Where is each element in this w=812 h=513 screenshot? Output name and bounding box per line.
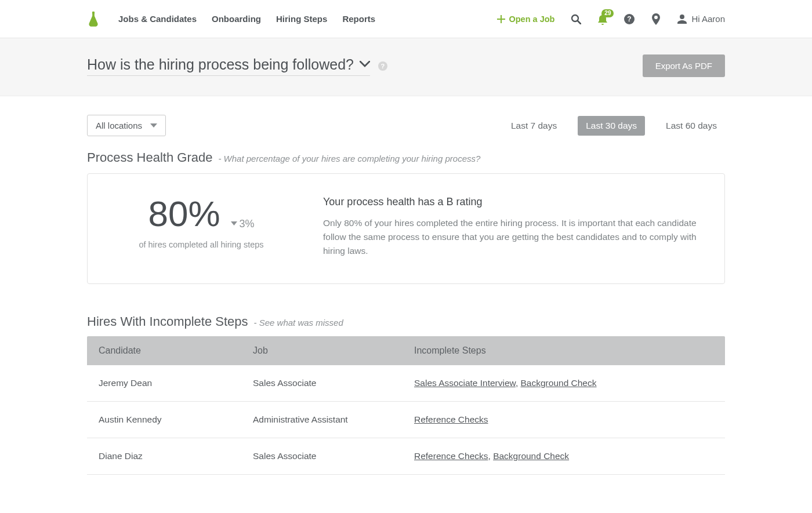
health-pct-sub: of hires completed all hiring steps [114, 240, 288, 249]
col-job: Job [253, 345, 414, 356]
health-percent: 80% [148, 196, 220, 232]
cell-steps: Sales Associate Interview, Background Ch… [414, 378, 713, 388]
health-title: Process Health Grade [87, 150, 212, 165]
rating-title: Your process health has a B rating [323, 196, 698, 208]
nav-jobs[interactable]: Jobs & Candidates [118, 14, 197, 24]
incomplete-step-link[interactable]: Sales Associate Interview [414, 378, 516, 388]
user-menu[interactable]: Hi Aaron [677, 14, 725, 24]
search-icon[interactable] [571, 14, 581, 24]
cell-steps: Reference Checks, Background Check [414, 451, 713, 461]
table-header: Candidate Job Incomplete Steps [87, 336, 725, 365]
cell-candidate: Jeremy Dean [99, 378, 253, 388]
table-row: Diane DiazSales AssociateReference Check… [87, 438, 725, 475]
cell-candidate: Diane Diaz [99, 451, 253, 461]
svg-point-0 [92, 11, 95, 13]
nav-onboarding[interactable]: Onboarding [212, 14, 261, 24]
table-row: Austin KennedyAdministrative AssistantRe… [87, 402, 725, 438]
page-title-dropdown[interactable]: How is the hiring process being followed… [87, 56, 370, 76]
incomplete-step-link[interactable]: Reference Checks [414, 451, 488, 461]
svg-text:?: ? [628, 15, 632, 23]
location-icon[interactable] [651, 14, 661, 24]
range-7-days[interactable]: Last 7 days [503, 116, 565, 136]
location-select[interactable]: All locations [87, 115, 166, 136]
incomplete-step-link[interactable]: Reference Checks [414, 414, 488, 424]
notification-badge: 29 [601, 9, 614, 17]
open-job-label: Open a Job [509, 14, 554, 24]
health-delta: 3% [231, 218, 255, 230]
incomplete-title: Hires With Incomplete Steps [87, 314, 248, 329]
rating-body: Only 80% of your hires completed the ent… [323, 216, 698, 258]
col-candidate: Candidate [99, 345, 253, 356]
cell-job: Sales Associate [253, 451, 414, 461]
date-range-tabs: Last 7 days Last 30 days Last 60 days [503, 116, 725, 136]
help-tooltip-icon[interactable]: ? [378, 61, 387, 71]
incomplete-subtitle: - See what was missed [254, 318, 343, 328]
page-header: How is the hiring process being followed… [0, 38, 812, 96]
user-icon [677, 14, 687, 24]
caret-down-icon [231, 221, 237, 226]
filter-bar: All locations Last 7 days Last 30 days L… [87, 96, 725, 150]
chevron-down-icon [360, 61, 370, 68]
incomplete-table: Candidate Job Incomplete Steps Jeremy De… [87, 336, 725, 475]
health-card: 80% 3% of hires completed all hiring ste… [87, 173, 725, 284]
user-greeting: Hi Aaron [691, 14, 725, 24]
cell-steps: Reference Checks [414, 414, 713, 425]
page-title-text: How is the hiring process being followed… [87, 56, 354, 73]
export-pdf-button[interactable]: Export As PDF [643, 54, 725, 77]
svg-line-2 [578, 21, 581, 24]
caret-down-icon [150, 123, 157, 128]
nav-hiring-steps[interactable]: Hiring Steps [276, 14, 327, 24]
cell-candidate: Austin Kennedy [99, 414, 253, 425]
cell-job: Administrative Assistant [253, 414, 414, 425]
top-nav: Jobs & Candidates Onboarding Hiring Step… [0, 0, 812, 38]
nav-reports[interactable]: Reports [342, 14, 375, 24]
health-delta-value: 3% [240, 218, 255, 230]
open-job-button[interactable]: Open a Job [497, 14, 554, 24]
incomplete-step-link[interactable]: Background Check [493, 451, 569, 461]
cell-job: Sales Associate [253, 378, 414, 388]
range-60-days[interactable]: Last 60 days [658, 116, 725, 136]
help-icon[interactable]: ? [624, 14, 635, 24]
health-section-header: Process Health Grade - What percentage o… [87, 150, 725, 165]
col-steps: Incomplete Steps [414, 345, 713, 356]
location-select-value: All locations [96, 121, 142, 130]
incomplete-section-header: Hires With Incomplete Steps - See what w… [87, 314, 725, 329]
logo-icon[interactable] [87, 10, 100, 28]
health-subtitle: - What percentage of your hires are comp… [218, 154, 480, 163]
range-30-days[interactable]: Last 30 days [578, 116, 645, 136]
bell-icon[interactable]: 29 [597, 14, 608, 24]
plus-icon [497, 15, 505, 23]
incomplete-step-link[interactable]: Background Check [521, 378, 597, 388]
table-row: Jeremy DeanSales AssociateSales Associat… [87, 365, 725, 402]
nav-links: Jobs & Candidates Onboarding Hiring Step… [118, 14, 375, 24]
